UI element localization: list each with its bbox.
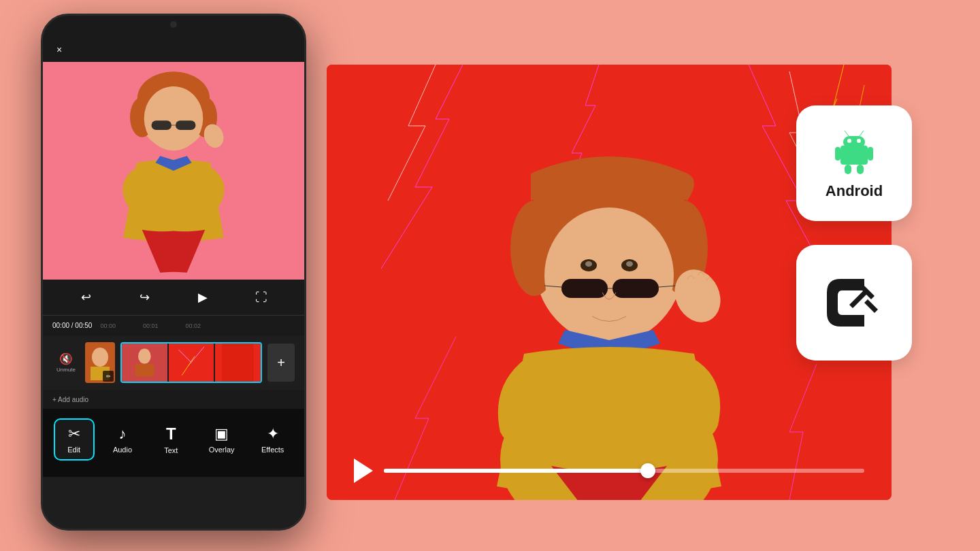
timeline-time: 00:00 / 00:50 <box>52 322 92 329</box>
svg-rect-44 <box>835 147 840 161</box>
playback-play-icon[interactable] <box>354 458 373 483</box>
edit-label: Edit <box>67 446 80 454</box>
fullscreen-button[interactable]: ⛶ <box>250 286 272 308</box>
svg-rect-47 <box>857 165 864 174</box>
phone-screen: × <box>43 37 304 529</box>
svg-point-27 <box>544 207 674 344</box>
phone-video-preview <box>43 62 304 280</box>
text-label: Text <box>164 446 178 454</box>
sparkle-icon: ✦ <box>267 425 279 443</box>
toolbar-effects[interactable]: ✦ Effects <box>252 420 293 459</box>
effects-label: Effects <box>261 446 284 454</box>
toolbar-edit[interactable]: ✂ Edit <box>54 418 95 461</box>
svg-rect-38 <box>840 146 868 165</box>
svg-rect-6 <box>152 120 172 130</box>
add-audio-bar[interactable]: + Add audio <box>43 390 304 409</box>
add-clip-button[interactable]: + <box>267 344 295 382</box>
clip-thumb-1-svg <box>122 344 167 382</box>
toolbar-overlay[interactable]: ▣ Overlay <box>199 420 244 459</box>
svg-rect-45 <box>868 147 873 161</box>
svg-rect-46 <box>845 165 851 174</box>
phone-camera <box>170 21 177 28</box>
clip-thumb-3 <box>215 344 261 382</box>
unmute-icon: 🔇 <box>59 352 73 365</box>
cover-edit-icon: ✏ <box>103 371 114 382</box>
progress-fill <box>384 469 648 473</box>
unmute-button[interactable]: 🔇 Unmute <box>52 352 80 373</box>
svg-line-42 <box>845 131 849 136</box>
svg-point-14 <box>138 348 151 363</box>
capcut-badge[interactable] <box>796 245 912 361</box>
phone-toolbar: ✂ Edit ♪ Audio T Text ▣ Overlay ✦ Effect… <box>43 409 304 477</box>
add-audio-label: + Add audio <box>52 396 88 403</box>
audio-label: Audio <box>113 446 132 454</box>
capcut-logo-icon <box>813 262 895 344</box>
clip-strip[interactable] <box>120 342 262 383</box>
svg-point-40 <box>847 139 851 143</box>
clip-thumb-1 <box>122 344 167 382</box>
phone-clip-track: 🔇 Unmute ✏ <box>43 335 304 390</box>
toolbar-audio[interactable]: ♪ Audio <box>102 420 143 459</box>
redo-button[interactable]: ↪ <box>133 286 155 308</box>
marker-2: 00:02 <box>185 322 201 329</box>
play-button[interactable]: ▶ <box>192 286 214 308</box>
unmute-label: Unmute <box>56 367 76 373</box>
marker-0: 00:00 <box>100 322 116 329</box>
marker-1: 00:01 <box>143 322 159 329</box>
close-button[interactable]: × <box>52 43 66 56</box>
overlay-icon: ▣ <box>214 425 229 443</box>
svg-rect-32 <box>561 279 608 298</box>
scissors-icon: ✂ <box>68 425 80 443</box>
toolbar-text[interactable]: T Text <box>150 419 191 460</box>
android-badge[interactable]: Android <box>796 105 912 221</box>
progress-thumb[interactable] <box>640 463 655 478</box>
clip-thumb-2 <box>169 344 214 382</box>
svg-rect-7 <box>176 120 196 130</box>
playback-controls <box>327 458 892 483</box>
svg-point-5 <box>144 86 203 151</box>
overlay-label: Overlay <box>209 446 235 454</box>
phone-playback-controls: ↩ ↪ ▶ ⛶ <box>43 280 304 315</box>
svg-rect-39 <box>843 136 865 148</box>
android-robot-icon <box>830 127 879 176</box>
svg-rect-15 <box>135 364 154 377</box>
svg-rect-20 <box>222 344 254 382</box>
music-note-icon: ♪ <box>118 425 126 443</box>
clip-thumb-2-svg <box>169 344 214 382</box>
svg-line-43 <box>860 131 864 136</box>
phone-video-svg <box>43 62 304 280</box>
progress-track[interactable] <box>384 469 864 473</box>
text-icon: T <box>166 424 176 444</box>
undo-button[interactable]: ↩ <box>75 286 97 308</box>
phone-mockup: × <box>41 14 306 531</box>
cover-thumbnail[interactable]: ✏ <box>85 342 115 383</box>
timeline-markers: 00:00 00:01 00:02 <box>100 322 295 329</box>
svg-point-41 <box>857 139 861 143</box>
svg-point-30 <box>585 261 592 267</box>
clip-thumb-3-svg <box>215 344 261 382</box>
svg-point-31 <box>626 261 633 267</box>
phone-top-bar: × <box>43 37 304 62</box>
android-label: Android <box>826 182 883 200</box>
svg-rect-33 <box>612 279 659 298</box>
phone-timeline: 00:00 / 00:50 00:00 00:01 00:02 <box>43 315 304 335</box>
svg-point-11 <box>92 348 108 367</box>
